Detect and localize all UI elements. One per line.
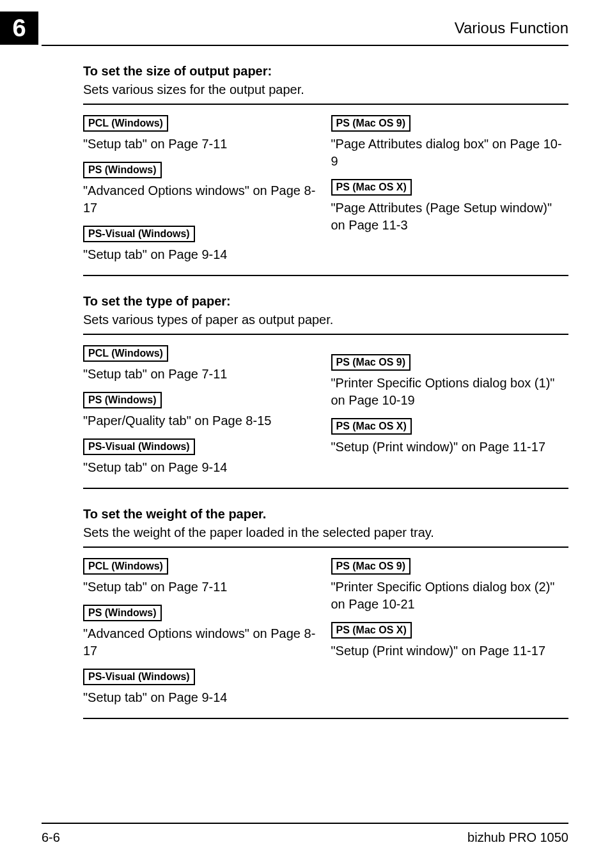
section-output-paper-size: To set the size of output paper: Sets va…	[83, 64, 568, 276]
section-title: To set the size of output paper:	[83, 64, 568, 79]
left-column: PCL (Windows) "Setup tab" on Page 7-11 P…	[83, 111, 321, 268]
pill-pcl-windows: PCL (Windows)	[83, 115, 168, 132]
right-column: PS (Mac OS 9) "Printer Specific Options …	[331, 554, 569, 711]
section-paper-type: To set the type of paper: Sets various t…	[83, 294, 568, 489]
pill-ps-mac-os-9: PS (Mac OS 9)	[331, 558, 411, 575]
link-page-attributes-10-9: "Page Attributes dialog box" on Page 10-…	[331, 136, 569, 170]
link-setup-tab-9-14: "Setup tab" on Page 9-14	[83, 459, 321, 476]
header-rule	[42, 45, 568, 46]
link-setup-tab-7-11: "Setup tab" on Page 7-11	[83, 136, 321, 153]
pill-ps-visual-windows: PS-Visual (Windows)	[83, 226, 195, 242]
pill-ps-mac-os-x: PS (Mac OS X)	[331, 179, 412, 196]
pill-ps-mac-os-x: PS (Mac OS X)	[331, 418, 412, 435]
pill-ps-windows: PS (Windows)	[83, 605, 162, 621]
footer: 6-6 bizhub PRO 1050	[42, 823, 568, 845]
section-columns: PCL (Windows) "Setup tab" on Page 7-11 P…	[83, 104, 568, 276]
link-advanced-options-8-17: "Advanced Options windows" on Page 8-17	[83, 625, 321, 660]
content-area: To set the size of output paper: Sets va…	[83, 64, 568, 737]
section-columns: PCL (Windows) "Setup tab" on Page 7-11 P…	[83, 546, 568, 719]
section-columns: PCL (Windows) "Setup tab" on Page 7-11 P…	[83, 334, 568, 489]
link-setup-tab-9-14: "Setup tab" on Page 9-14	[83, 246, 321, 263]
link-printer-specific-10-19: "Printer Specific Options dialog box (1)…	[331, 375, 569, 409]
footer-product-name: bizhub PRO 1050	[467, 830, 568, 845]
link-paper-quality-8-15: "Paper/Quality tab" on Page 8-15	[83, 412, 321, 430]
section-paper-weight: To set the weight of the paper. Sets the…	[83, 507, 568, 719]
pill-ps-visual-windows: PS-Visual (Windows)	[83, 669, 195, 685]
section-desc: Sets various sizes for the output paper.	[83, 82, 568, 97]
link-setup-tab-7-11: "Setup tab" on Page 7-11	[83, 578, 321, 596]
footer-page-number: 6-6	[42, 830, 60, 845]
section-desc: Sets the weight of the paper loaded in t…	[83, 525, 568, 540]
section-desc: Sets various types of paper as output pa…	[83, 313, 568, 327]
pill-ps-mac-os-x: PS (Mac OS X)	[331, 622, 412, 639]
section-title: To set the type of paper:	[83, 294, 568, 309]
header-title: Various Function	[455, 19, 568, 37]
pill-pcl-windows: PCL (Windows)	[83, 345, 168, 362]
footer-row: 6-6 bizhub PRO 1050	[42, 830, 568, 845]
chapter-number: 6	[12, 15, 26, 42]
section-title: To set the weight of the paper.	[83, 507, 568, 522]
pill-ps-mac-os-9: PS (Mac OS 9)	[331, 354, 411, 371]
link-advanced-options-8-17: "Advanced Options windows" on Page 8-17	[83, 182, 321, 217]
pill-pcl-windows: PCL (Windows)	[83, 558, 168, 575]
footer-rule	[42, 823, 568, 824]
pill-ps-windows: PS (Windows)	[83, 162, 162, 178]
left-column: PCL (Windows) "Setup tab" on Page 7-11 P…	[83, 554, 321, 711]
link-setup-print-11-17: "Setup (Print window)" on Page 11-17	[331, 438, 569, 456]
chapter-tab: 6	[0, 12, 38, 45]
link-setup-tab-9-14: "Setup tab" on Page 9-14	[83, 689, 321, 706]
left-column: PCL (Windows) "Setup tab" on Page 7-11 P…	[83, 341, 321, 481]
right-column: PS (Mac OS 9) "Printer Specific Options …	[331, 341, 569, 481]
pill-ps-windows: PS (Windows)	[83, 392, 162, 408]
link-page-attributes-11-3: "Page Attributes (Page Setup window)" on…	[331, 199, 569, 234]
pill-ps-visual-windows: PS-Visual (Windows)	[83, 438, 195, 455]
right-column: PS (Mac OS 9) "Page Attributes dialog bo…	[331, 111, 569, 268]
link-setup-tab-7-11: "Setup tab" on Page 7-11	[83, 366, 321, 383]
link-setup-print-11-17: "Setup (Print window)" on Page 11-17	[331, 642, 569, 660]
link-printer-specific-10-21: "Printer Specific Options dialog box (2)…	[331, 578, 569, 613]
pill-ps-mac-os-9: PS (Mac OS 9)	[331, 115, 411, 132]
